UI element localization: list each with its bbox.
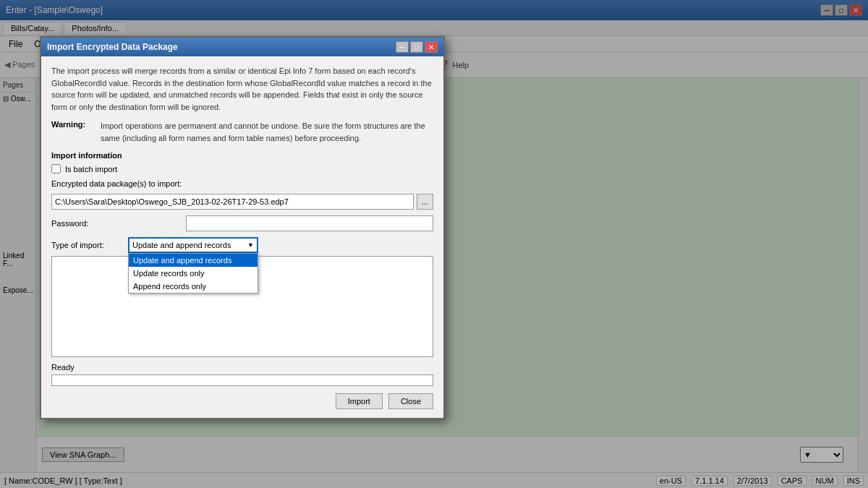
dialog-buttons: Import Close [51, 393, 433, 409]
type-dropdown-arrow: ▼ [247, 241, 254, 249]
import-dialog: Import Encrypted Data Package ─ □ ✕ The … [40, 36, 445, 419]
type-dropdown[interactable]: Update and append records ▼ [128, 237, 258, 253]
packages-row: Encrypted data package(s) to import: [51, 179, 433, 188]
password-row: Password: [51, 215, 433, 231]
warning-label: Warning: [51, 120, 95, 144]
dialog-content: The import process will merge records fr… [41, 56, 443, 418]
dialog-minimize[interactable]: ─ [396, 41, 409, 53]
packages-label: Encrypted data package(s) to import: [51, 179, 182, 188]
batch-import-checkbox[interactable] [51, 164, 61, 174]
progress-bar-container [51, 374, 433, 386]
ready-label: Ready [51, 363, 433, 372]
dialog-description: The import process will merge records fr… [51, 65, 433, 113]
type-dropdown-container: Update and append records ▼ Update and a… [128, 237, 258, 253]
import-button[interactable]: Import [336, 393, 383, 409]
dialog-title-bar: Import Encrypted Data Package ─ □ ✕ [41, 38, 443, 56]
type-label: Type of import: [51, 241, 124, 249]
dialog-controls: ─ □ ✕ [396, 41, 438, 53]
warning-box: Warning: Import operations are permanent… [51, 120, 433, 144]
import-info-label: Import information [51, 151, 433, 160]
option-update-only[interactable]: Update records only [129, 267, 258, 280]
option-update-append[interactable]: Update and append records [129, 254, 258, 267]
warning-text: Import operations are permanent and cann… [101, 120, 433, 144]
packages-input-row: ... [51, 194, 433, 210]
type-row: Type of import: Update and append record… [51, 237, 433, 253]
close-dialog-button[interactable]: Close [388, 393, 433, 409]
batch-import-row: Is batch import [51, 164, 433, 174]
packages-input[interactable] [51, 194, 414, 210]
password-label: Password: [51, 219, 182, 228]
batch-import-label: Is batch import [65, 165, 117, 174]
type-selected-value: Update and append records [132, 241, 247, 249]
dialog-overlay: Import Encrypted Data Package ─ □ ✕ The … [0, 0, 868, 488]
browse-button[interactable]: ... [417, 194, 433, 210]
dialog-close[interactable]: ✕ [425, 41, 438, 53]
app-window: Enter - [Sample\Oswego] ─ □ ✕ Bills/Cata… [0, 0, 868, 488]
password-input[interactable] [186, 215, 433, 231]
type-dropdown-popup: Update and append records Update records… [128, 253, 258, 294]
dialog-maximize[interactable]: □ [410, 41, 423, 53]
dialog-title: Import Encrypted Data Package [47, 42, 178, 52]
option-append-only[interactable]: Append records only [129, 280, 258, 293]
